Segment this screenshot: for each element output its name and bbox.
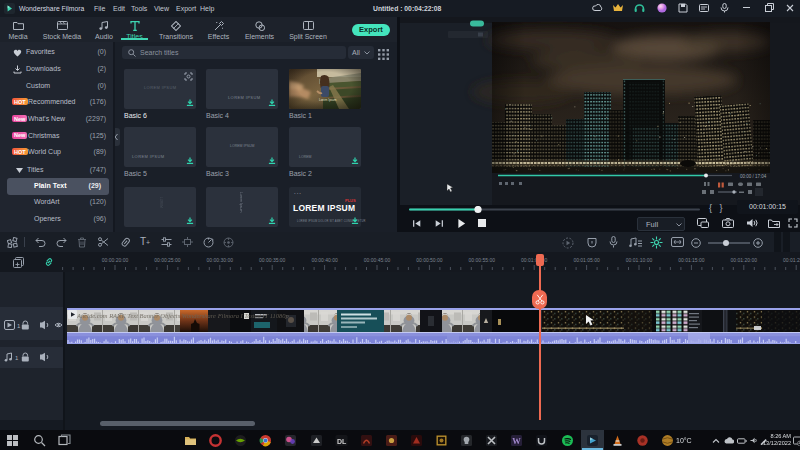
svg-text:1: 1 xyxy=(17,323,21,329)
svg-text:00:00:45:00: 00:00:45:00 xyxy=(364,257,391,263)
svg-text:1: 1 xyxy=(15,355,19,361)
svg-text:00:01:00:00: 00:01:00:00 xyxy=(521,257,548,263)
svg-text:00:01:15:00: 00:01:15:00 xyxy=(678,257,705,263)
svg-text:00:00:20:00: 00:00:20:00 xyxy=(102,257,129,263)
svg-text:DL: DL xyxy=(337,438,347,445)
svg-text:00:01:10:00: 00:01:10:00 xyxy=(626,257,653,263)
svg-text:00:00 / 17:04: 00:00 / 17:04 xyxy=(740,174,767,179)
svg-text:00:01:20:00: 00:01:20:00 xyxy=(731,257,758,263)
svg-text:00:00:55:00: 00:00:55:00 xyxy=(469,257,496,263)
svg-text:00:00:50:00: 00:00:50:00 xyxy=(416,257,443,263)
svg-text:Ancide.com RANK Text Banner Ob: Ancide.com RANK Text Banner Objects Wond… xyxy=(76,312,289,319)
svg-text:W: W xyxy=(512,436,521,446)
svg-text:00:00:25:00: 00:00:25:00 xyxy=(154,257,181,263)
svg-text:00:01:25:00: 00:01:25:00 xyxy=(783,257,800,263)
svg-text:00:00:35:00: 00:00:35:00 xyxy=(259,257,286,263)
svg-text:00:00:40:00: 00:00:40:00 xyxy=(311,257,338,263)
svg-text:00:01:05:00: 00:01:05:00 xyxy=(573,257,600,263)
svg-text:00:00:30:00: 00:00:30:00 xyxy=(207,257,234,263)
